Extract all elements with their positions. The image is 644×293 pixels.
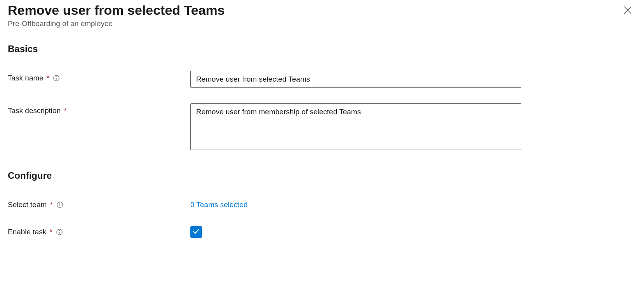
task-name-control <box>190 71 521 88</box>
task-name-label-col: Task name * <box>8 71 190 82</box>
select-team-label-col: Select team * <box>8 197 190 209</box>
required-indicator: * <box>64 106 66 115</box>
info-icon[interactable] <box>56 228 63 236</box>
task-description-input[interactable] <box>190 103 521 150</box>
required-indicator: * <box>49 228 52 236</box>
info-icon[interactable] <box>52 74 60 82</box>
teams-selected-link[interactable]: 0 Teams selected <box>190 197 248 209</box>
header-text-block: Remove user from selected Teams Pre-Offb… <box>8 2 621 28</box>
enable-task-label-col: Enable task * <box>8 225 190 236</box>
checkmark-icon <box>192 227 200 237</box>
task-name-row: Task name * <box>8 71 636 88</box>
task-description-row: Task description * <box>8 103 636 152</box>
svg-point-4 <box>56 77 57 77</box>
panel-title: Remove user from selected Teams <box>8 2 621 19</box>
select-team-label: Select team <box>8 201 47 209</box>
required-indicator: * <box>47 74 49 82</box>
required-indicator: * <box>50 201 52 209</box>
enable-task-label: Enable task <box>8 228 46 236</box>
task-description-label: Task description <box>8 106 61 115</box>
task-description-control <box>190 103 521 152</box>
task-name-input[interactable] <box>190 71 521 88</box>
close-button[interactable] <box>621 4 634 17</box>
configure-section-heading: Configure <box>8 170 636 181</box>
basics-section-heading: Basics <box>8 44 636 54</box>
enable-task-checkbox[interactable] <box>190 226 202 238</box>
task-description-label-col: Task description * <box>8 103 190 115</box>
svg-point-10 <box>59 230 60 231</box>
select-team-row: Select team * 0 Teams selected <box>8 197 636 209</box>
svg-point-7 <box>59 203 60 204</box>
enable-task-control <box>190 225 521 238</box>
select-team-control: 0 Teams selected <box>190 197 521 209</box>
task-configuration-panel: Remove user from selected Teams Pre-Offb… <box>0 0 644 261</box>
panel-subtitle: Pre-Offboarding of an employee <box>8 19 621 28</box>
info-icon[interactable] <box>56 201 64 209</box>
enable-task-row: Enable task * <box>8 225 636 238</box>
close-icon <box>623 5 632 16</box>
panel-header: Remove user from selected Teams Pre-Offb… <box>8 2 636 28</box>
task-name-label: Task name <box>8 74 44 82</box>
